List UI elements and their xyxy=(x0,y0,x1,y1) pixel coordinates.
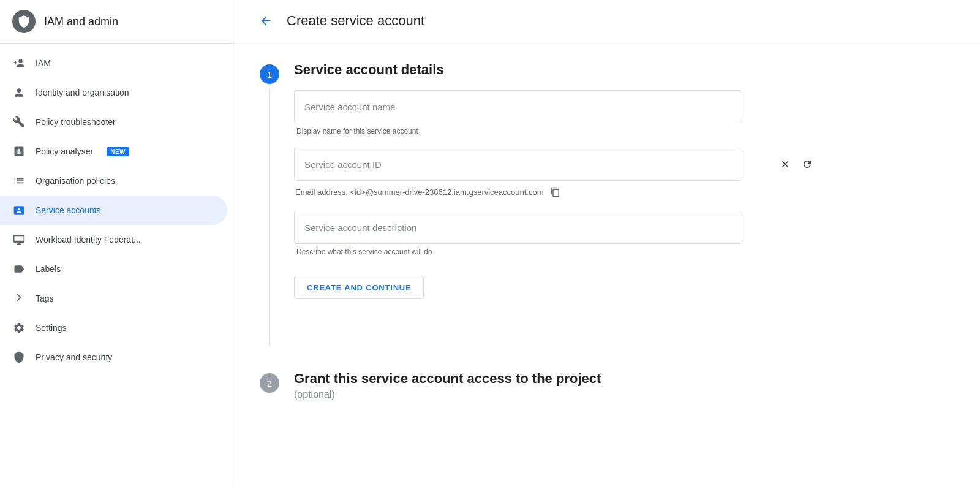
sidebar-header: IAM and admin xyxy=(0,0,235,44)
sidebar-item-identity[interactable]: Identity and organisation xyxy=(0,78,227,107)
iam-admin-icon xyxy=(12,10,36,33)
step1-section: 1 Service account details Display name f… xyxy=(260,62,823,346)
sidebar-item-identity-label: Identity and organisation xyxy=(36,88,129,97)
service-account-name-input[interactable] xyxy=(294,90,741,123)
sidebar-nav: IAM Identity and organisation Policy tro… xyxy=(0,44,235,486)
input-actions xyxy=(777,156,816,173)
sidebar-item-org-policies[interactable]: Organisation policies xyxy=(0,166,227,196)
step2-section: 2 Grant this service account access to t… xyxy=(260,371,823,400)
copy-email-button[interactable] xyxy=(549,186,562,199)
main-header: Create service account xyxy=(235,0,980,42)
account-icon xyxy=(12,86,26,99)
step2-title: Grant this service account access to the… xyxy=(294,371,823,387)
person-add-icon xyxy=(12,56,26,70)
step1-content: Service account details Display name for… xyxy=(294,62,823,346)
tag-icon xyxy=(12,292,26,305)
step2-indicator: 2 xyxy=(260,373,279,393)
sidebar-title: IAM and admin xyxy=(44,15,118,28)
service-account-id-input[interactable] xyxy=(294,148,741,181)
analytics-icon xyxy=(12,145,26,158)
new-badge: NEW xyxy=(107,147,129,156)
sidebar-item-policy-analyser-label: Policy analyser xyxy=(36,146,93,156)
gear-icon xyxy=(12,321,26,335)
service-account-id-wrapper xyxy=(294,148,823,181)
sidebar-item-settings[interactable]: Settings xyxy=(0,313,227,343)
page-title: Create service account xyxy=(287,13,424,29)
screen-icon xyxy=(12,233,26,246)
sidebar-item-tags[interactable]: Tags xyxy=(0,284,227,313)
sidebar-item-service-accounts[interactable]: Service accounts xyxy=(0,196,227,225)
email-row: Email address: <id>@summer-drive-238612.… xyxy=(294,186,823,199)
sidebar-item-workload-identity-label: Workload Identity Federat... xyxy=(36,235,141,245)
step1-title: Service account details xyxy=(294,62,823,78)
sidebar-item-policy-troubleshooter-label: Policy troubleshooter xyxy=(36,117,116,127)
service-account-name-helper: Display name for this service account xyxy=(294,127,823,135)
service-account-id-group: Email address: <id>@summer-drive-238612.… xyxy=(294,148,823,199)
back-button[interactable] xyxy=(255,10,277,32)
step1-indicator: 1 xyxy=(260,64,279,84)
email-address-text: Email address: <id>@summer-drive-238612.… xyxy=(295,188,544,197)
step2-subtitle: (optional) xyxy=(294,389,335,400)
content-area: 1 Service account details Display name f… xyxy=(235,42,848,420)
sidebar-item-privacy-label: Privacy and security xyxy=(36,352,112,362)
sidebar-item-privacy[interactable]: Privacy and security xyxy=(0,343,227,372)
sidebar-item-org-policies-label: Organisation policies xyxy=(36,176,115,186)
step2-content: Grant this service account access to the… xyxy=(294,371,823,400)
service-account-name-group: Display name for this service account xyxy=(294,90,823,135)
sidebar-item-settings-label: Settings xyxy=(36,323,67,333)
sidebar-item-labels-label: Labels xyxy=(36,264,61,274)
main-content: Create service account 1 Service account… xyxy=(235,0,980,486)
sidebar-item-iam-label: IAM xyxy=(36,58,51,68)
service-accounts-icon xyxy=(12,203,26,217)
service-account-description-group: Describe what this service account will … xyxy=(294,211,823,256)
wrench-icon xyxy=(12,115,26,129)
sidebar-item-service-accounts-label: Service accounts xyxy=(36,205,101,215)
shield-icon xyxy=(12,351,26,364)
create-and-continue-button[interactable]: CREATE AND CONTINUE xyxy=(294,276,424,299)
refresh-input-button[interactable] xyxy=(799,156,816,173)
sidebar-item-workload-identity[interactable]: Workload Identity Federat... xyxy=(0,225,227,254)
sidebar-item-tags-label: Tags xyxy=(36,294,54,303)
sidebar-item-iam[interactable]: IAM xyxy=(0,48,227,78)
sidebar-item-labels[interactable]: Labels xyxy=(0,254,227,284)
list-icon xyxy=(12,174,26,188)
label-icon xyxy=(12,262,26,276)
sidebar-item-policy-troubleshooter[interactable]: Policy troubleshooter xyxy=(0,107,227,137)
sidebar: IAM and admin IAM Identity and organisat… xyxy=(0,0,235,486)
service-account-description-input[interactable] xyxy=(294,211,741,244)
service-account-description-helper: Describe what this service account will … xyxy=(294,248,823,256)
sidebar-item-policy-analyser[interactable]: Policy analyser NEW xyxy=(0,137,227,166)
clear-input-button[interactable] xyxy=(777,156,794,173)
